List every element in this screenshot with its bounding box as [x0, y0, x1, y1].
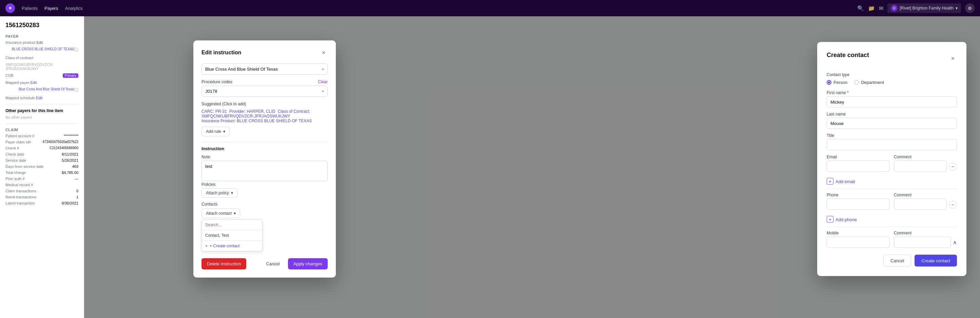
mail-icon[interactable]: ✉ [879, 5, 883, 11]
email-comment-col: Comment − [894, 155, 957, 176]
attach-contact-label: Attach contact [206, 211, 232, 216]
title-input[interactable] [827, 139, 957, 150]
edit-modal-close-button[interactable]: × [320, 49, 328, 57]
mapped-schedule-edit[interactable]: Edit [36, 96, 42, 100]
patient-account-row: Patient account # ********** [5, 134, 78, 138]
total-charge-row: Total charge $4,785.00 [5, 171, 78, 175]
nav-patients[interactable]: Patients [22, 6, 38, 11]
total-charge-value: $4,785.00 [62, 171, 78, 175]
procedure-code-selector[interactable]: J0178 ▾ [202, 86, 328, 97]
nav-search-button[interactable]: ⚙ [965, 3, 975, 13]
insurance-product-label: Insurance product Edit [5, 40, 43, 45]
create-contact-cancel-button[interactable]: Cancel [883, 255, 911, 267]
suggested-links: CARC: PR-31 Provider: HARPER, CLID Class… [202, 109, 328, 123]
mapped-payer-edit[interactable]: Edit [30, 80, 37, 85]
claim-section-title: Claim [5, 128, 78, 132]
latest-trans-label: Latest transaction [5, 201, 35, 205]
first-name-input[interactable] [827, 96, 957, 108]
org-chevron: ▾ [956, 6, 958, 11]
nav-analytics[interactable]: Analytics [65, 6, 83, 11]
patient-account-value: ********** [64, 134, 78, 138]
clear-link[interactable]: Clear [318, 80, 328, 84]
suggested-section: Suggested (Click to add) [202, 102, 328, 106]
attach-contact-button[interactable]: Attach contact ▾ [202, 209, 240, 218]
remove-phone-button[interactable]: − [949, 200, 957, 209]
org-selector[interactable]: R [Rivet] Brighton Family Health ▾ [888, 3, 961, 13]
insurance-product-value: BLUE CROSS BLUE SHIELD OF TEXAS [5, 47, 74, 51]
attach-policy-label: Attach policy [206, 190, 229, 195]
create-contact-footer: Cancel Create contact [827, 255, 957, 267]
mapped-payer-info[interactable]: ⓘ [74, 87, 78, 93]
mapped-payer-value: Blue Cross And Blue Shield Of Texas [5, 87, 74, 91]
prior-auth-value: — [75, 177, 78, 181]
create-contact-header: Create contact × [827, 52, 957, 66]
last-name-input[interactable] [827, 118, 957, 129]
search-icon[interactable]: 🔍 [857, 5, 864, 11]
folder-icon[interactable]: 📁 [868, 5, 875, 11]
nav-payers[interactable]: Payers [45, 6, 58, 11]
title-label: Title [827, 133, 957, 138]
payer-claim-value: 473400475020a927b22 [42, 140, 78, 144]
create-contact-close-button[interactable]: × [949, 54, 957, 62]
days-label: Days from service date [5, 165, 43, 168]
payer-claim-label: Payer claim id# [5, 140, 31, 144]
suggested-link-carc[interactable]: CARC: PR-31 [202, 109, 227, 114]
mobile-expand-icon[interactable]: ∧ [953, 239, 957, 246]
contact-test-item[interactable]: Contact, Test [202, 230, 262, 241]
suggested-link-provider[interactable]: Provider: HARPER, CLID [229, 109, 275, 114]
cancel-button[interactable]: Cancel [261, 258, 285, 269]
cob-row: COB Primary [5, 74, 78, 78]
latest-trans-value: 8/30/2021 [62, 201, 78, 205]
attach-policy-chevron: ▾ [231, 190, 233, 195]
check-date-value: 8/11/2021 [62, 152, 78, 156]
email-row: Email Comment − [827, 155, 957, 176]
add-email-label: Add email [835, 179, 855, 184]
claim-trans-label: Claim transactions [5, 189, 36, 193]
create-contact-plus: + [205, 244, 208, 248]
add-email-link[interactable]: + Add email [827, 178, 957, 185]
add-phone-label: Add phone [835, 217, 857, 222]
apply-changes-button[interactable]: Apply changes [288, 258, 328, 269]
contacts-search-input[interactable] [202, 220, 262, 230]
contact-type-group: Person Department [827, 80, 957, 85]
email-comment-input[interactable] [894, 161, 947, 172]
other-payers-title: Other payers for this line item [5, 109, 78, 113]
mobile-input[interactable] [827, 237, 890, 248]
create-contact-submit-button[interactable]: Create contact [915, 255, 957, 267]
create-contact-dropdown-item[interactable]: + + Create contact [202, 241, 262, 251]
payer-selector[interactable]: Blue Cross And Blue Shield Of Texas ▾ [202, 64, 328, 75]
email-comment-label: Comment [894, 155, 957, 159]
create-contact-label: + Create contact [210, 244, 240, 248]
insurance-edit-link[interactable]: Edit [36, 40, 43, 45]
prior-auth-label: Prior auth # [5, 177, 25, 181]
phone-input[interactable] [827, 199, 890, 210]
radio-person[interactable]: Person [827, 80, 847, 85]
mobile-label: Mobile [827, 231, 890, 235]
remove-email-button[interactable]: − [949, 162, 957, 171]
phone-comment-input[interactable] [894, 199, 947, 210]
medical-record-label: Medical record # [5, 183, 33, 187]
latest-trans-row: Latest transaction 8/30/2021 [5, 201, 78, 205]
phone-row: Phone Comment − [827, 193, 957, 214]
insurance-product-row: Insurance product Edit [5, 40, 78, 45]
attach-policy-button[interactable]: Attach policy ▾ [202, 188, 237, 198]
email-input[interactable] [827, 161, 890, 172]
mapped-payer-value-row: Blue Cross And Blue Shield Of Texas ⓘ [5, 87, 78, 93]
add-phone-link[interactable]: + Add phone [827, 216, 957, 223]
delete-instruction-button[interactable]: Delete instruction [202, 258, 246, 269]
add-rule-chevron: ▾ [223, 129, 225, 134]
suggested-link-product[interactable]: Insurance Product: BLUE CROSS BLUE SHIEL… [202, 118, 312, 123]
note-textarea[interactable]: test [202, 161, 328, 181]
insurance-info-icon[interactable]: ⓘ [74, 47, 78, 53]
class-contract-label: Class of contract [5, 56, 33, 60]
divider-1 [5, 104, 78, 104]
contact-type-label: Contact type [827, 72, 957, 77]
radio-department[interactable]: Department [854, 80, 884, 85]
add-rule-button[interactable]: Add rule ▾ [202, 127, 230, 136]
last-name-label: Last name [827, 112, 957, 117]
mobile-row: Mobile Comment ∧ [827, 231, 957, 252]
procedure-codes-label: Procedure codes Clear [202, 80, 328, 84]
instruction-divider [202, 142, 328, 142]
phone-comment-col: Comment − [894, 193, 957, 214]
mobile-comment-input[interactable] [894, 237, 951, 248]
